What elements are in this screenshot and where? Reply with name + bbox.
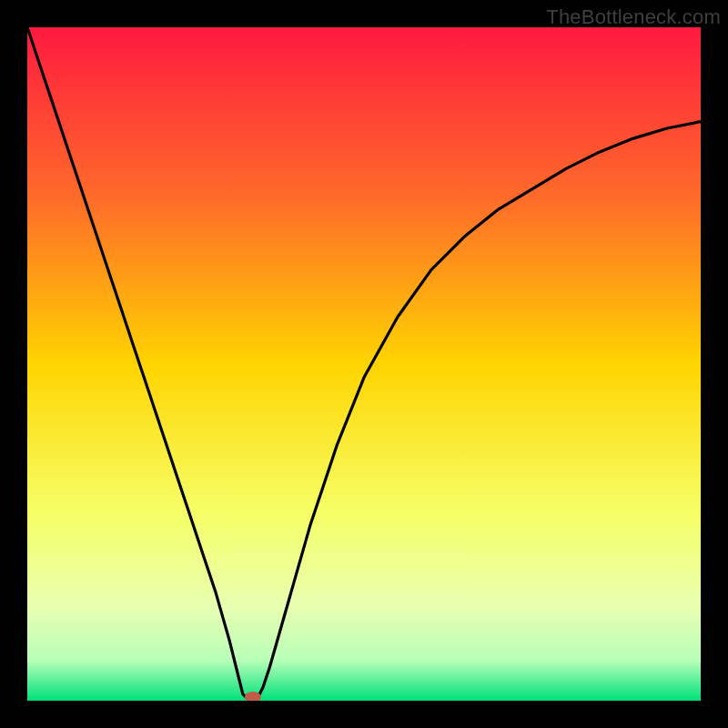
chart-frame	[27, 27, 701, 701]
chart-svg	[27, 27, 701, 701]
watermark-text: TheBottleneck.com	[546, 5, 721, 29]
gradient-background	[27, 27, 701, 701]
